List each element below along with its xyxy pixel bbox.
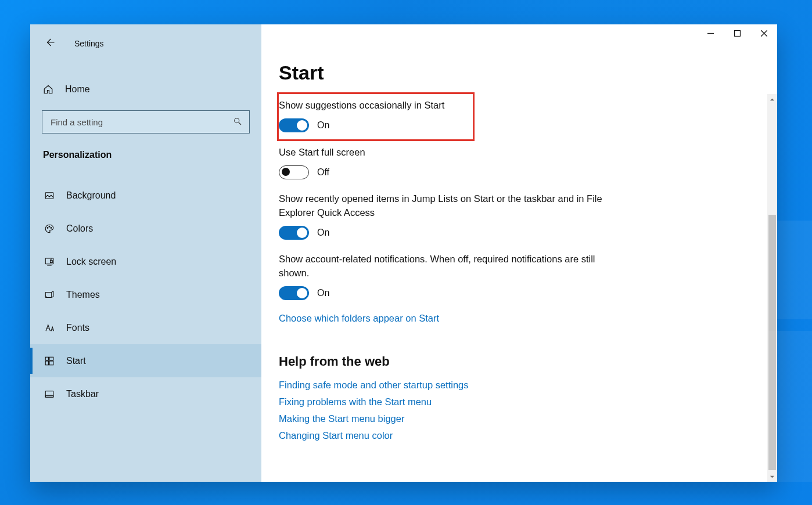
svg-rect-14 [734,31,740,37]
fonts-icon [43,323,56,333]
svg-rect-13 [45,395,53,397]
toggle-row: On [279,118,467,132]
window-body: Settings Home Personali [30,24,777,482]
maximize-button[interactable] [724,24,750,43]
setting-account-notifications: Show account-related notifications. When… [279,252,750,300]
toggle-full-screen[interactable] [279,165,309,179]
taskbar-icon [43,389,56,399]
help-header: Help from the web [279,354,750,369]
minimize-button[interactable] [697,24,724,43]
setting-recent-items: Show recently opened items in Jump Lists… [279,192,750,240]
link-choose-folders[interactable]: Choose which folders appear on Start [279,313,439,324]
app-title: Settings [74,39,104,48]
start-icon [43,356,56,366]
sidebar-item-colors[interactable]: Colors [30,212,261,245]
toggle-state: Off [317,167,329,178]
scrollbar-down[interactable] [767,471,777,482]
help-link-fix-start[interactable]: Fixing problems with the Start menu [279,396,750,407]
window-controls [697,24,777,43]
sidebar-item-fonts[interactable]: Fonts [30,311,261,344]
setting-label: Show recently opened items in Jump Lists… [279,192,604,220]
svg-rect-10 [45,361,48,365]
scrollbar-track[interactable] [767,104,777,471]
page-title: Start [279,62,750,84]
sidebar: Settings Home Personali [30,24,261,482]
content: Start Show suggestions occasionally in S… [261,24,767,482]
svg-rect-12 [45,391,53,397]
search-input[interactable] [49,117,233,128]
image-icon [43,190,56,201]
desktop: Settings Home Personali [0,0,812,505]
toggle-row: Off [279,165,750,179]
home-icon [43,84,55,95]
nav-home-label: Home [65,84,90,95]
toggle-state: On [317,228,329,238]
maximize-icon [734,28,741,39]
close-button[interactable] [750,24,777,43]
help-link-bigger[interactable]: Making the Start menu bigger [279,413,750,424]
svg-point-3 [49,226,50,227]
svg-rect-1 [45,192,53,199]
svg-rect-11 [49,361,53,365]
setting-show-suggestions: Show suggestions occasionally in Start O… [279,99,467,132]
minimize-icon [707,28,714,39]
sidebar-item-label: Background [66,190,116,201]
nav-home[interactable]: Home [30,77,261,102]
toggle-recent-items[interactable] [279,226,309,240]
toggle-show-suggestions[interactable] [279,118,309,132]
search-wrap [42,110,250,134]
sidebar-item-label: Fonts [66,323,89,333]
toggle-state: On [317,120,329,131]
sidebar-item-taskbar[interactable]: Taskbar [30,377,261,410]
sidebar-item-start[interactable]: Start [30,344,261,377]
setting-label: Show suggestions occasionally in Start [279,99,467,113]
sidebar-item-label: Taskbar [66,389,99,399]
scrollbar-thumb[interactable] [768,215,776,470]
sidebar-item-label: Start [66,356,86,366]
sidebar-item-themes[interactable]: Themes [30,278,261,311]
sidebar-item-label: Colors [66,223,93,234]
search-icon [233,117,243,127]
settings-window: Settings Home Personali [30,24,777,482]
svg-rect-8 [45,357,48,360]
palette-icon [43,223,56,234]
svg-point-0 [235,118,239,123]
titlebar-left: Settings [30,35,261,52]
sidebar-item-label: Lock screen [66,257,116,267]
highlight-annotation: Show suggestions occasionally in Start O… [277,92,475,141]
scrollbar-up[interactable] [767,94,777,104]
sidebar-item-background[interactable]: Background [30,179,261,212]
svg-point-4 [51,227,52,228]
close-icon [761,28,767,39]
help-link-safe-mode[interactable]: Finding safe mode and other startup sett… [279,380,750,391]
help-links: Finding safe mode and other startup sett… [279,380,750,441]
svg-rect-6 [51,260,53,262]
setting-full-screen: Use Start full screen Off [279,146,750,179]
back-button[interactable] [43,37,57,50]
toggle-state: On [317,288,329,298]
toggle-row: On [279,286,750,300]
sidebar-item-label: Themes [66,290,100,300]
help-link-color[interactable]: Changing Start menu color [279,430,750,441]
arrow-left-icon [45,37,55,50]
lock-screen-icon [43,257,56,267]
svg-point-2 [47,227,48,228]
setting-label: Show account-related notifications. When… [279,252,604,280]
search-box[interactable] [42,110,250,134]
themes-icon [43,290,56,300]
setting-label: Use Start full screen [279,146,604,160]
sidebar-item-lock-screen[interactable]: Lock screen [30,245,261,278]
scrollbar[interactable] [767,94,777,482]
chevron-down-icon [770,471,775,482]
chevron-up-icon [770,94,775,104]
toggle-account-notifications[interactable] [279,286,309,300]
sidebar-category-title: Personalization [30,150,261,160]
svg-rect-9 [49,357,53,360]
content-wrap: Start Show suggestions occasionally in S… [261,24,777,482]
toggle-row: On [279,226,750,240]
